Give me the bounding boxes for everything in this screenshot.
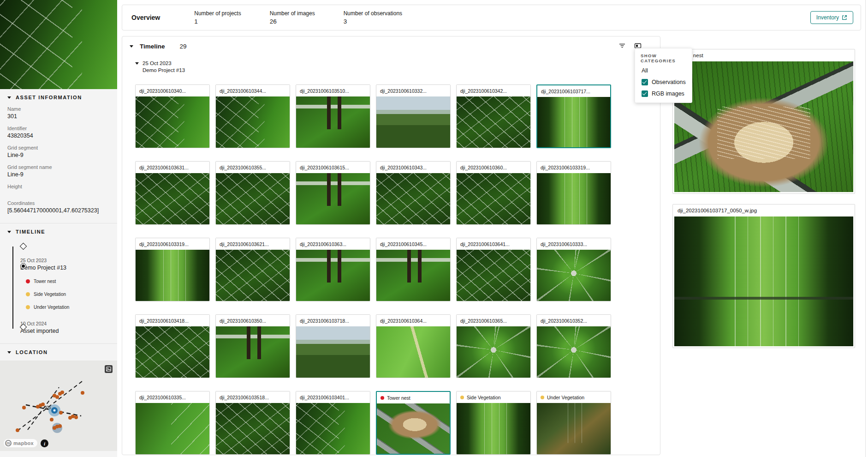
observation-name: Under Vegetation [34,305,69,310]
image-tile[interactable]: Under Vegetation [536,391,611,455]
image-tile-header: dji_20231006103510... [296,85,370,96]
image-tile[interactable]: dji_2023100610342... [456,84,531,148]
field-label: Coordinates [7,200,110,206]
category-label: Observations [652,79,686,85]
checkbox-checked-icon[interactable] [642,79,648,85]
observation-item[interactable]: Under Vegetation [26,305,110,310]
field-value [7,191,110,194]
image-tile[interactable]: dji_20231006103631... [135,161,210,225]
image-tile-label: dji_20231006103641... [460,241,510,247]
image-tile-label: dji_20231006103319... [139,241,189,247]
timeline-event-date: 10 Oct 2024 [20,321,110,326]
image-tile[interactable]: dji_2023100610343... [376,161,451,225]
stat-value: 3 [344,18,402,25]
timeline-section-header[interactable]: TIMELINE [7,229,110,235]
image-tile-header: dji_20231006103518... [216,391,290,403]
image-tile[interactable]: Tower nest [376,391,451,455]
image-tile-label: dji_20231006103418... [139,318,189,324]
image-tile-header: dji_2023100610355... [216,162,290,173]
filter-icon[interactable] [618,42,626,49]
field-value: Line-9 [7,152,110,158]
image-tile[interactable]: dji_20231006103621... [215,238,290,301]
timeline-rail-line [12,247,13,329]
asset-field: Name 301 [7,106,110,120]
image-tile[interactable]: dji_2023100610335... [135,391,210,455]
category-checks: Observations RGB images [635,74,692,97]
map-info-button[interactable]: i [41,439,48,447]
image-tile-label: dji_20231006103718... [300,318,349,324]
stat-label: Number of images [270,10,315,17]
svg-text:301: 301 [44,405,51,409]
image-tile[interactable]: dji_2023100610365... [456,314,531,378]
timeline-panel: Timeline 29 25 Oct 2023 Demo Project #13… [122,36,660,455]
image-tile-label: dji_2023100610364... [380,318,427,324]
asset-information-header[interactable]: ASSET INFORMATION [7,95,110,100]
timeline-event-name[interactable]: Demo Project #13 [20,265,110,271]
timeline-count-badge: 29 [180,43,187,50]
group-date: 25 Oct 2023 [143,60,185,66]
image-tile[interactable]: dji_2023100610352... [536,314,611,378]
location-section: LOCATION [0,343,117,361]
rgb-image-preview[interactable] [674,216,853,346]
image-tile-label: dji_2023100610335... [139,395,186,400]
image-tile[interactable]: dji_2023100610360... [456,161,531,225]
image-tile[interactable]: dji_20231006103319... [536,161,611,225]
tower-nest-image[interactable] [674,61,853,192]
image-thumbnail [457,173,530,224]
checkbox-checked-icon[interactable] [642,90,648,97]
field-label: Name [7,106,110,112]
timeline-observations: Tower nest Side Vegetation Under Vegetat… [20,279,110,310]
image-tile[interactable]: dji_2023100610333... [536,238,611,301]
image-tile[interactable]: dji_20231006103717... [536,84,611,148]
image-icon [106,367,111,372]
location-map[interactable]: 301 m mapbox i [0,361,117,451]
image-tile[interactable]: dji_2023100610355... [215,161,290,225]
timeline-collapse-icon[interactable] [130,45,133,48]
asset-field: Grid segment Line-9 [7,145,110,158]
image-tile[interactable]: dji_20231006103319... [135,238,210,301]
map-expand-button[interactable] [105,365,113,373]
image-tile[interactable]: dji_20231006103401... [296,391,370,455]
image-tile[interactable]: dji_2023100610344... [215,84,290,148]
image-tile[interactable]: dji_20231006103418... [135,314,210,378]
category-label: RGB images [652,90,684,97]
overview-bar: Overview Number of projects 1Number of i… [122,5,861,30]
observation-item[interactable]: Side Vegetation [26,292,110,297]
category-item-all[interactable]: All [635,63,692,74]
show-categories-menu: SHOW CATEGORIES All Observations RGB ima… [635,48,692,103]
image-tile-header: dji_20231006103319... [136,238,209,250]
image-tile-label: dji_2023100610340... [139,88,186,94]
image-tile[interactable]: dji_20231006103615... [296,161,370,225]
image-thumbnail [457,96,530,148]
image-tile-header: dji_20231006103631... [136,162,209,173]
image-thumbnail [537,403,611,454]
image-tile[interactable]: Side Vegetation [456,391,531,455]
image-tile[interactable]: dji_20231006103518... [215,391,290,455]
detail-card-tower-nest: Tower nest [672,49,855,194]
category-checkbox-item[interactable]: Observations [635,74,692,85]
image-tile[interactable]: dji_20231006103510... [296,84,370,148]
image-tile[interactable]: dji_20231006103718... [296,314,370,378]
image-tile[interactable]: dji_2023100610363... [296,238,370,301]
image-thumbnail [376,326,450,378]
stat-value: 1 [194,18,241,25]
image-tile-header: dji_20231006103319... [537,162,611,173]
image-tile[interactable]: dji_2023100610350... [215,314,290,378]
image-tile[interactable]: dji_2023100610332... [376,84,451,148]
group-collapse-icon[interactable] [135,62,139,65]
image-tile-label: Side Vegetation [467,395,501,400]
image-thumbnail [457,403,530,454]
image-tile[interactable]: dji_2023100610364... [376,314,451,378]
image-tile[interactable]: dji_2023100610345... [376,238,451,301]
inventory-button[interactable]: Inventory [810,11,853,24]
image-tile[interactable]: dji_2023100610340... [135,84,210,148]
image-tile-header: dji_2023100610363... [296,238,370,250]
location-section-header[interactable]: LOCATION [7,349,110,355]
field-label: Grid segment name [7,164,110,170]
observation-item[interactable]: Tower nest [26,279,110,284]
map-canvas: 301 [0,361,117,451]
category-checkbox-item[interactable]: RGB images [635,85,692,97]
asset-hero-image [0,0,117,89]
image-tile[interactable]: dji_20231006103641... [456,238,531,301]
timeline-section-title: TIMELINE [16,229,45,235]
